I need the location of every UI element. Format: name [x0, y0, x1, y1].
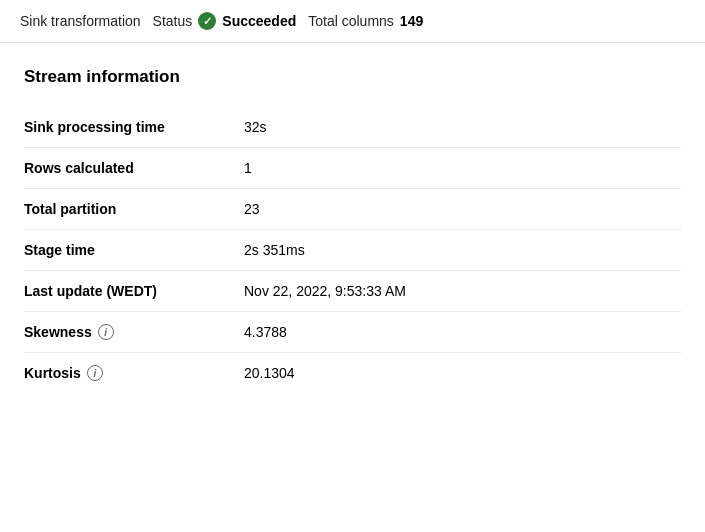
total-columns-item: Total columns 149 — [308, 13, 423, 29]
table-row: Total partition23 — [24, 189, 681, 230]
info-value-cell: 2s 351ms — [244, 230, 681, 271]
total-columns-label: Total columns — [308, 13, 394, 29]
row-key-label: Rows calculated — [24, 160, 134, 176]
header: Sink transformation Status ✓ Succeeded T… — [0, 0, 705, 43]
info-value-cell: 23 — [244, 189, 681, 230]
info-key-cell: Total partition — [24, 189, 244, 230]
sink-transformation-label: Sink transformation — [20, 13, 141, 29]
table-row: Kurtosisi20.1304 — [24, 353, 681, 394]
row-key-label: Stage time — [24, 242, 95, 258]
table-row: Skewnessi4.3788 — [24, 312, 681, 353]
info-value-cell: Nov 22, 2022, 9:53:33 AM — [244, 271, 681, 312]
row-key-label: Sink processing time — [24, 119, 165, 135]
table-row: Stage time2s 351ms — [24, 230, 681, 271]
status-label: Status — [153, 13, 193, 29]
info-key-cell: Stage time — [24, 230, 244, 271]
info-key-cell: Sink processing time — [24, 107, 244, 148]
info-icon[interactable]: i — [98, 324, 114, 340]
row-key-label: Total partition — [24, 201, 116, 217]
info-key-cell: Rows calculated — [24, 148, 244, 189]
table-row: Rows calculated1 — [24, 148, 681, 189]
section-title: Stream information — [24, 67, 681, 87]
info-table: Sink processing time32sRows calculated1T… — [24, 107, 681, 393]
status-value: Succeeded — [222, 13, 296, 29]
row-key-label: Skewness — [24, 324, 92, 340]
info-icon[interactable]: i — [87, 365, 103, 381]
table-row: Sink processing time32s — [24, 107, 681, 148]
row-key-label: Last update (WEDT) — [24, 283, 157, 299]
info-value-cell: 1 — [244, 148, 681, 189]
status-item: Status ✓ Succeeded — [153, 12, 297, 30]
info-value-cell: 20.1304 — [244, 353, 681, 394]
info-key-cell: Skewnessi — [24, 312, 244, 353]
info-value-cell: 4.3788 — [244, 312, 681, 353]
row-key-label: Kurtosis — [24, 365, 81, 381]
main-content: Stream information Sink processing time3… — [0, 43, 705, 417]
table-row: Last update (WEDT)Nov 22, 2022, 9:53:33 … — [24, 271, 681, 312]
info-value-cell: 32s — [244, 107, 681, 148]
total-columns-value: 149 — [400, 13, 423, 29]
info-key-cell: Last update (WEDT) — [24, 271, 244, 312]
status-check-icon: ✓ — [198, 12, 216, 30]
info-key-cell: Kurtosisi — [24, 353, 244, 394]
